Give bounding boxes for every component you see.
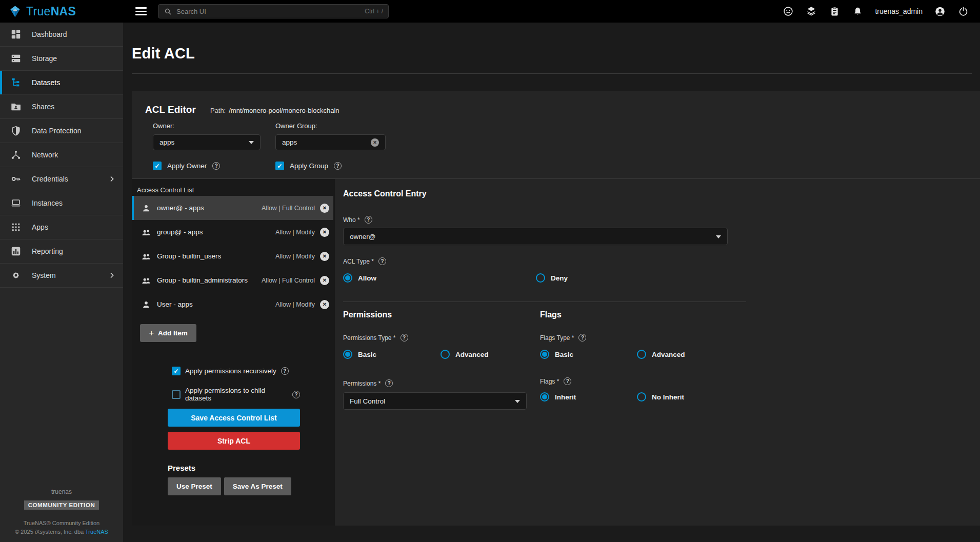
save-as-preset-button[interactable]: Save As Preset [224,477,291,495]
help-icon[interactable]: ? [578,334,586,342]
chevron-right-icon [108,175,116,183]
sidebar-item-apps[interactable]: Apps [0,215,123,239]
page-title: Edit ACL [132,45,980,62]
permissions-title: Permissions [343,310,540,319]
feedback-smiley-icon[interactable] [783,6,794,17]
chevron-down-icon [515,400,520,406]
acl-entry-row[interactable]: Group - builtin_administrators Allow | F… [132,268,333,292]
flags-no-inherit-radio[interactable]: No Inherit [637,392,684,402]
acl-entry-row[interactable]: User - apps Allow | Modify ✕ [132,292,333,316]
help-icon[interactable]: ? [564,377,571,385]
user-avatar-icon[interactable] [934,6,946,17]
owner-group-input[interactable]: apps ✕ [275,134,386,150]
permissions-select[interactable]: Full Control [343,392,527,410]
acl-entry-status: Allow | Modify [275,253,315,260]
acl-entry-row[interactable]: Group - builtin_users Allow | Modify ✕ [132,244,333,268]
who-select[interactable]: owner@ [343,228,728,245]
sidebar-item-dashboard[interactable]: Dashboard [0,23,123,47]
help-icon[interactable]: ? [385,379,393,387]
permissions-type-label: Permissions Type * [343,334,396,342]
remove-entry-icon[interactable]: ✕ [320,252,329,261]
acl-entry-status: Allow | Modify [275,229,315,236]
radio-icon [637,350,646,359]
truenas-logo[interactable]: TrueNAS [0,5,123,18]
truenas-link[interactable]: TrueNAS [85,529,108,535]
remove-entry-icon[interactable]: ✕ [320,300,329,309]
apply-group-checkbox[interactable]: ✓ [275,162,284,170]
hostname-label: truenas [0,488,123,495]
flags-type-advanced-radio[interactable]: Advanced [637,350,685,359]
add-item-button[interactable]: + Add Item [140,324,196,342]
acl-entry-who: Group - builtin_users [157,252,221,260]
remove-entry-icon[interactable]: ✕ [320,228,329,237]
help-icon[interactable]: ? [292,391,300,398]
help-icon[interactable]: ? [378,257,386,265]
ace-title: Access Control Entry [343,189,980,198]
sidebar-item-label: Data Protection [32,127,82,135]
apply-recursively-checkbox[interactable]: ✓ [172,367,181,375]
owner-select[interactable]: apps [153,134,261,150]
permissions-type-basic-radio[interactable]: Basic [343,350,441,359]
sidebar-item-label: Datasets [32,78,60,87]
sidebar-item-system[interactable]: System [0,264,123,288]
acl-list-header: Access Control List [132,179,335,196]
user-icon [141,299,151,310]
key-icon [10,173,22,185]
help-icon[interactable]: ? [212,162,220,170]
sidebar-item-credentials[interactable]: Credentials [0,167,123,191]
sidebar-item-datasets[interactable]: Datasets [0,71,123,95]
help-icon[interactable]: ? [365,216,372,224]
acl-type-deny-radio[interactable]: Deny [536,273,568,283]
global-search[interactable]: Ctrl + / [158,4,389,18]
remove-entry-icon[interactable]: ✕ [320,204,329,213]
sidebar-item-shares[interactable]: Shares [0,95,123,119]
acl-entry-who: group@ - apps [157,228,203,236]
main-content: Edit ACL ACL Editor Path:/mnt/monero-poo… [123,23,980,542]
radio-selected-icon [343,273,352,283]
plus-icon: + [149,328,154,338]
sidebar-item-network[interactable]: Network [0,143,123,167]
who-label: Who * [343,216,360,224]
remove-entry-icon[interactable]: ✕ [320,276,329,285]
help-icon[interactable]: ? [281,367,289,375]
shield-icon [10,125,22,136]
help-icon[interactable]: ? [334,162,342,170]
help-icon[interactable]: ? [401,334,408,342]
use-preset-button[interactable]: Use Preset [168,477,221,495]
sidebar-item-reporting[interactable]: Reporting [0,239,123,264]
apply-child-datasets-checkbox[interactable] [172,390,181,399]
acl-entry-row[interactable]: group@ - apps Allow | Modify ✕ [132,220,333,244]
sidebar-item-label: Network [32,151,58,159]
sidebar-item-data-protection[interactable]: Data Protection [0,119,123,143]
presets-title: Presets [168,464,300,472]
sidebar-item-instances[interactable]: Instances [0,191,123,215]
user-icon [141,203,151,213]
group-icon [141,275,151,286]
clear-icon[interactable]: ✕ [371,138,379,147]
sidebar-footer: truenas COMMUNITY EDITION TrueNAS® Commu… [0,488,123,535]
acl-entry-status: Allow | Modify [275,301,315,308]
apply-owner-checkbox[interactable]: ✓ [153,162,162,170]
acl-type-allow-radio[interactable]: Allow [343,273,536,283]
sidebar-item-label: Shares [32,103,54,111]
truecommand-icon[interactable] [806,6,817,17]
search-input[interactable] [176,8,361,15]
save-acl-button[interactable]: Save Access Control List [168,409,300,427]
menu-icon[interactable] [135,7,147,15]
notifications-bell-icon[interactable] [852,6,863,17]
flags-inherit-radio[interactable]: Inherit [540,392,637,402]
jobs-clipboard-icon[interactable] [829,6,840,17]
sidebar-item-storage[interactable]: Storage [0,47,123,71]
power-icon[interactable] [957,6,969,17]
radio-icon [637,392,646,402]
flags-type-basic-radio[interactable]: Basic [540,350,637,359]
shares-folder-icon [10,101,22,112]
username-label[interactable]: truenas_admin [875,7,923,15]
topbar-actions: truenas_admin [783,6,980,17]
sidebar-item-label: Reporting [32,247,63,255]
permissions-type-advanced-radio[interactable]: Advanced [441,350,489,359]
dashboard-icon [10,29,22,40]
strip-acl-button[interactable]: Strip ACL [168,432,300,450]
title-divider [132,73,972,74]
acl-entry-row[interactable]: owner@ - apps Allow | Full Control ✕ [132,196,333,220]
